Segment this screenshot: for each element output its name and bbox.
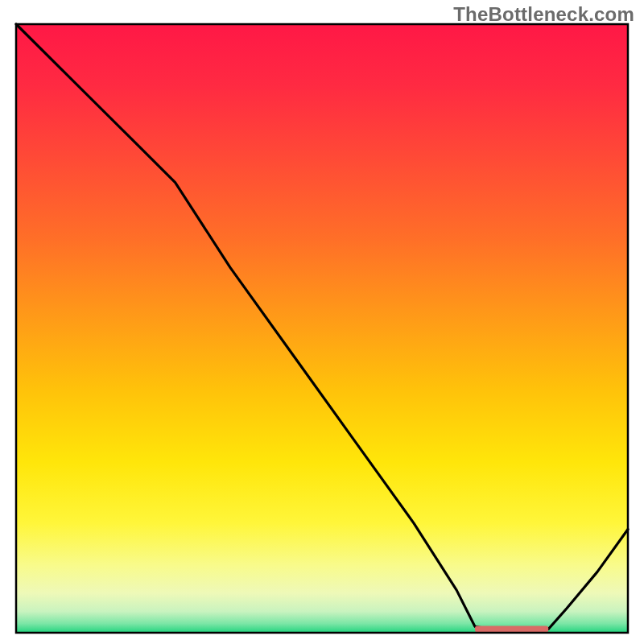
- optimal-range-marker: [475, 625, 548, 632]
- chart-stage: TheBottleneck.com: [0, 0, 644, 644]
- bottleneck-chart: [0, 0, 644, 644]
- watermark-text: TheBottleneck.com: [453, 3, 634, 26]
